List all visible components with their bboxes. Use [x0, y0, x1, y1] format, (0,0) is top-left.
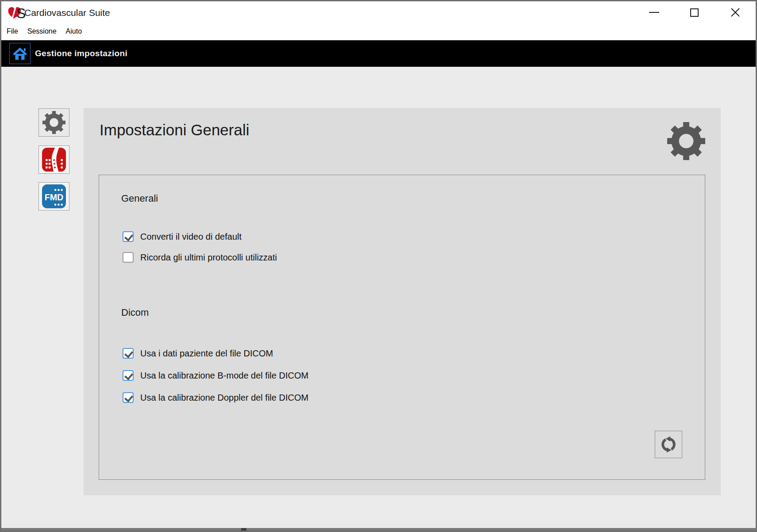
section-title-generali: Generali [121, 193, 158, 204]
option-row-remember-protocols[interactable]: Ricorda gli ultimi protocolli utilizzati [123, 252, 277, 263]
checkbox-remember-protocols[interactable] [123, 252, 134, 263]
menu-aiuto[interactable]: Aiuto [66, 27, 82, 35]
artery-icon [42, 148, 66, 172]
app-title: Cardiovascular Suite [24, 8, 110, 18]
settings-group-box: Generali Converti il video di default Ri… [99, 175, 705, 480]
checkbox-dicom-doppler-calibration[interactable] [123, 392, 134, 403]
home-icon [12, 46, 28, 61]
option-row-convert-video[interactable]: Converti il video di default [123, 231, 242, 242]
header-bar: Gestione impostazioni [1, 40, 756, 67]
menu-bar: File Sessione Aiuto [1, 23, 756, 40]
checkbox-dicom-bmode-calibration[interactable] [123, 370, 134, 381]
sidebar-item-general-settings[interactable] [38, 108, 69, 137]
menu-sessione[interactable]: Sessione [27, 27, 57, 35]
page-title: Gestione impostazioni [35, 40, 127, 67]
gear-icon [667, 122, 706, 160]
resize-notch [241, 528, 246, 531]
minimize-button[interactable] [644, 4, 664, 21]
option-row-dicom-patient-data[interactable]: Usa i dati paziente del file DICOM [123, 348, 273, 359]
sidebar-item-artery-analysis[interactable] [38, 145, 69, 174]
content-area: FMD Impostazioni Generali [1, 67, 756, 531]
option-row-dicom-bmode-calibration[interactable]: Usa la calibrazione B-mode del file DICO… [123, 370, 308, 381]
minimize-icon [649, 12, 659, 13]
sync-icon [659, 435, 678, 454]
menu-file[interactable]: File [7, 27, 18, 35]
option-label: Usa i dati paziente del file DICOM [140, 348, 273, 359]
fmd-icon: FMD [42, 184, 66, 208]
title-bar: S Cardiovascular Suite [1, 1, 756, 23]
option-label: Converti il video di default [140, 232, 242, 242]
close-button[interactable] [725, 4, 745, 21]
sidebar-item-fmd-settings[interactable]: FMD [38, 182, 69, 211]
settings-panel: Impostazioni Generali [84, 108, 721, 495]
home-button[interactable] [9, 43, 31, 64]
section-title-dicom: Dicom [121, 307, 149, 318]
panel-heading: Impostazioni Generali [100, 121, 250, 139]
checkbox-convert-video[interactable] [123, 231, 134, 242]
option-label: Ricorda gli ultimi protocolli utilizzati [140, 253, 277, 263]
option-label: Usa la calibrazione Doppler del file DIC… [140, 393, 308, 403]
window-bottom-border [1, 528, 756, 531]
maximize-icon [690, 8, 699, 17]
option-label: Usa la calibrazione B-mode del file DICO… [140, 371, 308, 381]
gear-icon [42, 111, 65, 134]
checkbox-dicom-patient-data[interactable] [123, 348, 134, 359]
fmd-icon-text: FMD [45, 192, 64, 202]
option-row-dicom-doppler-calibration[interactable]: Usa la calibrazione Doppler del file DIC… [123, 392, 308, 403]
app-window: S Cardiovascular Suite File Sessione Aiu… [0, 0, 757, 532]
maximize-button[interactable] [684, 4, 704, 21]
refresh-button[interactable] [655, 431, 682, 458]
close-icon [730, 7, 741, 18]
